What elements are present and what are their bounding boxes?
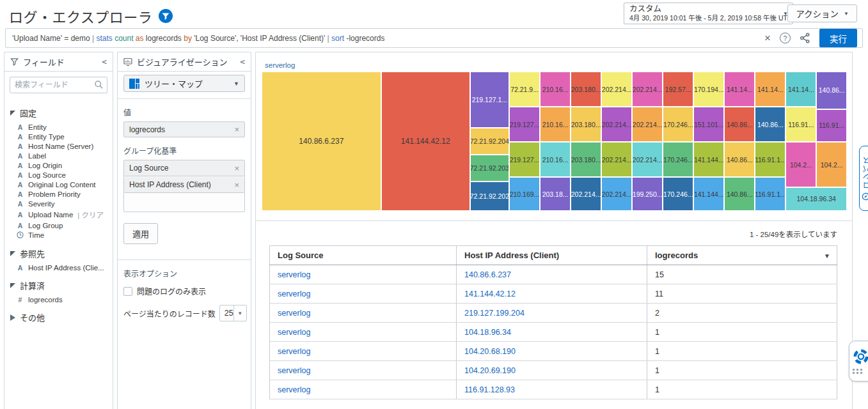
treemap-tile[interactable]: 72.21.92.204 [470,128,509,155]
field-clear-link[interactable]: | クリア [77,210,104,220]
field-item-Log Group[interactable]: ALog Group [10,220,107,230]
collapse-left-icon[interactable]: < [240,57,245,66]
field-item-Original Log Content[interactable]: AOriginal Log Content [10,180,107,189]
treemap-tile[interactable]: 210.169... [509,177,540,211]
run-button[interactable]: 実行 [819,29,857,47]
help-icon[interactable]: ? [780,33,791,43]
checkbox-icon[interactable] [123,287,132,296]
apply-button[interactable]: 適用 [123,223,158,244]
treemap-tile[interactable]: 203.180... [571,72,601,107]
treemap-tile[interactable]: 140.86... [724,177,755,211]
treemap-tile[interactable]: 203.18... [540,177,571,211]
treemap-tile[interactable]: 151.101... [693,107,724,142]
filter-funnel-icon[interactable] [159,9,173,23]
treemap-tile[interactable]: 116.91... [816,109,847,142]
treemap-tile[interactable]: 141.144... [693,177,724,211]
log-source-link[interactable]: serverlog [278,328,310,337]
field-section-参照先[interactable]: 参照先 [10,247,107,259]
host-ip-link[interactable]: 116.91.128.93 [464,385,515,394]
treemap-tile[interactable]: 203.180... [571,142,601,177]
field-item-Severity[interactable]: ASeverity [10,199,107,208]
column-header-Host IP Address (Client)[interactable]: Host IP Address (Client) [457,246,647,265]
field-item-Host Name (Server)[interactable]: AHost Name (Server) [10,141,107,151]
page-size-select[interactable]: 25 ▼ [219,305,247,321]
sort-desc-icon[interactable]: ▼ [824,252,830,259]
treemap-tile[interactable]: 170.246... [663,177,693,211]
treemap-tile[interactable]: 203.180... [571,107,601,142]
treemap-tile[interactable]: 141.14... [785,72,816,107]
field-item-Host IP Address (Clie...[interactable]: AHost IP Address (Clie... [10,263,107,272]
treemap-tile[interactable]: 202.214... [632,72,663,107]
treemap-tile[interactable]: 140.86.6.237 [262,72,381,211]
treemap-tile[interactable]: 140.86... [755,107,785,142]
field-item-Time[interactable]: Time [10,230,107,240]
log-source-link[interactable]: serverlog [278,385,310,394]
compass-tab[interactable]: コンパス [859,146,868,211]
field-item-Upload Name[interactable]: AUpload Name| クリア [10,208,107,220]
treemap-tile[interactable]: 210.16... [540,107,571,142]
column-header-logrecords[interactable]: logrecords▼ [647,246,837,265]
treemap-tile[interactable]: 116.91.1... [755,142,785,177]
treemap-tile[interactable]: 192.57... [663,72,693,107]
treemap-tile[interactable]: 202.214... [632,107,663,142]
field-item-logrecords[interactable]: #logrecords [10,295,107,304]
treemap-tile[interactable]: 72.21.92.203 [470,155,509,181]
treemap-tile[interactable]: 140.86... [816,72,847,109]
log-source-link[interactable]: serverlog [278,347,310,356]
treemap-tile[interactable]: 104.2... [785,142,816,187]
field-item-Entity[interactable]: AEntity [10,122,107,132]
field-section-計算済[interactable]: 計算済 [10,279,107,291]
treemap-tile[interactable]: 202.214... [601,107,632,142]
log-source-link[interactable]: serverlog [278,270,310,279]
host-ip-link[interactable]: 104.18.96.34 [464,328,511,337]
treemap-tile[interactable]: 170.194... [693,72,724,107]
treemap-tile[interactable]: 170.246... [663,107,693,142]
treemap-tile[interactable]: 116.91... [785,107,816,142]
host-ip-link[interactable]: 219.127.199.204 [464,309,525,318]
treemap-tile[interactable]: 140.86... [724,142,755,177]
treemap-tile[interactable]: 219.127... [509,107,540,142]
clear-query-icon[interactable]: × [764,33,771,43]
treemap-tile[interactable]: 219.127.1... [470,72,509,128]
share-icon[interactable] [800,33,810,43]
column-header-Log Source[interactable]: Log Source [270,246,457,265]
treemap-group-label[interactable]: serverlog [262,60,847,70]
field-section-その他[interactable]: その他 [10,311,107,323]
treemap-tile[interactable]: 104.2... [816,142,847,187]
treemap-tile[interactable]: 72.21.92.202 [470,181,509,211]
query-bar[interactable]: 'Upload Name' = demo | stats count as lo… [5,28,863,48]
field-item-Label[interactable]: ALabel [10,151,107,160]
treemap-tile[interactable]: 219.127... [509,142,540,177]
treemap-tile[interactable]: 141.144.42.12 [381,72,470,211]
query-text[interactable]: 'Upload Name' = demo | stats count as lo… [12,34,384,43]
remove-chip-icon[interactable]: × [234,180,239,190]
field-item-Problem Priority[interactable]: AProblem Priority [10,189,107,199]
field-search-input[interactable] [10,77,107,93]
field-item-Log Source[interactable]: ALog Source [10,170,107,180]
host-ip-link[interactable]: 104.20.69.190 [464,366,516,375]
actions-button[interactable]: アクション ▼ [787,4,857,22]
treemap-tile[interactable]: 202.214... [601,142,632,177]
treemap-tile[interactable]: 202.214... [632,142,663,177]
time-range-picker[interactable]: カスタム 4月 30, 2019 10:01 午後 - 5月 2, 2019 1… [624,3,793,24]
field-item-Entity Type[interactable]: AEntity Type [10,132,107,141]
problem-logs-checkbox-row[interactable]: 問題のログのみ表示 [123,286,245,297]
log-source-link[interactable]: serverlog [278,309,310,318]
log-source-link[interactable]: serverlog [278,289,310,298]
treemap-tile[interactable]: 140.86... [724,107,755,142]
treemap-tile[interactable]: 104.18.96.34 [785,187,847,211]
treemap-tile[interactable]: 116.91.1... [755,177,785,211]
treemap-tile[interactable]: 210.16... [540,142,571,177]
remove-chip-icon[interactable]: × [234,164,239,173]
field-item-Log Origin[interactable]: ALog Origin [10,160,107,170]
treemap-tile[interactable]: 141.14... [755,72,785,107]
treemap-tile[interactable]: 202.214... [571,177,601,211]
treemap-tile[interactable]: 72.21.9... [509,72,540,107]
treemap-tile[interactable]: 141.144... [693,142,724,177]
field-section-固定[interactable]: 固定 [10,107,107,119]
treemap-tile[interactable]: 141.14... [724,72,755,107]
treemap-tile[interactable]: 202.214... [601,177,632,211]
treemap-tile[interactable]: 199.250... [632,177,663,211]
treemap-tile[interactable]: 170.246... [663,142,693,177]
remove-chip-icon[interactable]: × [234,125,239,134]
